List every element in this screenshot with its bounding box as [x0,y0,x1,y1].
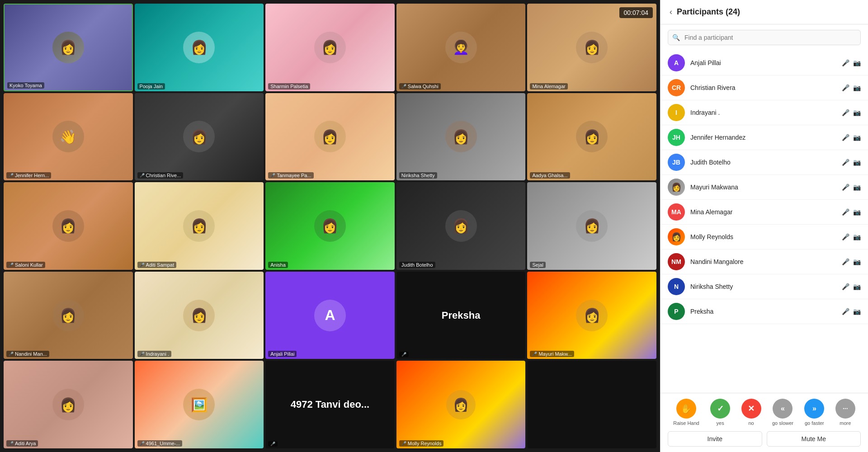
go-slower-icon: « [773,399,793,419]
video-cell[interactable]: 👩 🎤 Mayuri Makw... [527,272,656,359]
no-icon: ✕ [741,399,761,419]
video-icon: 📷 [853,208,861,216]
list-item[interactable]: 👩 Molly Reynolds 🎤 📷 [660,225,868,250]
yes-button[interactable]: ✓ yes [710,399,730,426]
participant-label: Judith Botelho [399,262,435,268]
avatar: 👩 [668,228,685,245]
go-faster-button[interactable]: » go faster [804,399,824,426]
mute-icon: 🎤 [842,159,849,166]
video-cell[interactable]: 👩 Aadya Ghalsa... [527,93,656,181]
avatar: 👩 [668,179,685,196]
list-item[interactable]: A Anjali Pillai 🎤 📷 [660,51,868,75]
participant-label: 🎤 [399,352,409,357]
video-cell[interactable]: 👩 🎤 Molly Reynolds [396,361,526,448]
video-cell[interactable]: 👩 🎤 Indrayani . [135,272,264,359]
list-item[interactable]: 👩 Mayuri Makwana 🎤 📷 [660,175,868,200]
participant-name: Judith Botelho [690,159,842,166]
participant-name: Sharmin Palsetia [270,84,308,89]
list-item[interactable]: CR Christian Rivera 🎤 📷 [660,75,868,100]
list-item[interactable]: JB Judith Botelho 🎤 📷 [660,150,868,175]
search-icon: 🔍 [672,34,680,41]
participant-label: 🎤 Saloni Kullar [6,262,45,268]
go-slower-button[interactable]: « go slower [772,399,793,426]
video-cell[interactable]: A Anjali Pillai [265,272,395,359]
video-cell[interactable]: 👩 🎤 Aditi Arya [4,361,133,448]
video-cell[interactable]: 👩 🎤 Aditi Sampat [135,182,264,270]
list-item[interactable]: MA Mina Alemagar 🎤 📷 [660,200,868,225]
video-cell[interactable]: 4972 Tanvi deo... 🎤 [265,361,395,448]
participant-name: Anjali Pillai [270,351,294,357]
participant-name: Jennifer Hernandez [690,134,842,141]
participant-label: Pooja Jain [137,83,165,89]
participant-label: Mina Alemagar [530,83,567,89]
participant-label: 🎤 Aditi Arya [6,440,38,447]
participant-name: Preksha [690,308,842,315]
go-faster-icon: » [804,399,824,419]
list-item[interactable]: I Indrayani . 🎤 📷 [660,100,868,125]
video-icon: 📷 [853,184,861,191]
video-cell[interactable]: 👩 Pooja Jain [135,4,264,91]
participant-label: Anisha [268,262,288,268]
mute-icon: 🎤 [842,184,849,191]
participant-list: A Anjali Pillai 🎤 📷 CR Christian Rivera … [660,51,868,393]
participant-controls: 🎤 📷 [842,258,861,265]
participant-name: Sejal [532,262,543,268]
video-cell[interactable]: 👋 🎤 Jennifer Hern... [4,93,133,181]
participant-name: Nandini Mangalore [690,258,842,265]
sidebar-header: ‹ Participants (24) [660,0,868,24]
mute-icon: 🎤 [842,258,849,265]
participant-name: Indrayani . [690,109,842,116]
raise-hand-button[interactable]: ✋ Raise Hand [673,399,699,426]
video-cell[interactable]: 👩 Niriksha Shetty [396,93,526,181]
mute-me-button[interactable]: Mute Me [767,431,861,447]
participant-name: Jennifer Hern... [15,173,49,178]
no-button[interactable]: ✕ no [741,399,761,426]
avatar: MA [668,203,685,221]
video-icon: 📷 [853,233,861,240]
go-faster-label: go faster [805,420,824,426]
video-cell[interactable]: 🖼️ 🎤 4961_Umme-... [135,361,264,448]
participant-label: Aadya Ghalsa... [530,172,570,179]
list-item[interactable]: N Niriksha Shetty 🎤 📷 [660,274,868,299]
video-cell[interactable]: 👩 🎤 Nandini Man... [4,272,133,359]
back-chevron-icon[interactable]: ‹ [670,7,672,17]
participant-label: Niriksha Shetty [399,172,437,179]
yes-icon: ✓ [710,399,730,419]
participant-controls: 🎤 📷 [842,308,861,315]
more-label: more [840,420,851,426]
list-item[interactable]: P Preksha 🎤 📷 [660,299,868,324]
video-cell[interactable]: 👩 Kyoko Toyama [4,4,133,91]
participant-name: Salwa Quhshi [408,84,439,89]
list-item[interactable]: NM Nandini Mangalore 🎤 📷 [660,250,868,274]
participant-name: Christian Rive... [146,173,181,178]
mute-icon: 🎤 [842,308,849,315]
video-cell[interactable]: 👩 Judith Botelho [396,182,526,270]
video-cell[interactable]: 👩 Sejal [527,182,656,270]
participant-label: 🎤 Mayuri Makw... [530,351,574,357]
video-cell[interactable]: 👩 🎤 Tanmayee Pa... [265,93,395,181]
participant-label: Sejal [530,262,545,268]
go-slower-label: go slower [772,420,793,426]
no-label: no [748,420,754,426]
avatar: A [668,54,685,71]
video-cell[interactable]: 👩 Anisha [265,182,395,270]
participant-name: Tanmayee Pa... [277,173,311,178]
participant-label: 🎤 4961_Umme-... [137,440,183,447]
participant-controls: 🎤 📷 [842,184,861,191]
video-cell[interactable]: 👩 🎤 Saloni Kullar [4,182,133,270]
participant-label: 🎤 Tanmayee Pa... [268,172,313,179]
participant-controls: 🎤 📷 [842,233,861,240]
video-cell[interactable]: 👩‍🦱 🎤 Salwa Quhshi [396,4,526,91]
timer-badge: 00:07:04 [619,7,653,18]
video-icon: 📷 [853,258,861,265]
video-cell[interactable]: Preksha 🎤 [396,272,526,359]
video-cell[interactable]: 👩 Sharmin Palsetia [265,4,395,91]
mute-icon: 🎤 [842,233,849,240]
raise-hand-icon: ✋ [676,399,696,419]
avatar: JB [668,154,685,171]
search-input[interactable] [668,30,861,45]
list-item[interactable]: JH Jennifer Hernandez 🎤 📷 [660,125,868,150]
more-button[interactable]: ··· more [835,399,855,426]
video-cell[interactable]: 👩 🎤 Christian Rive... [135,93,264,181]
invite-button[interactable]: Invite [668,431,762,447]
